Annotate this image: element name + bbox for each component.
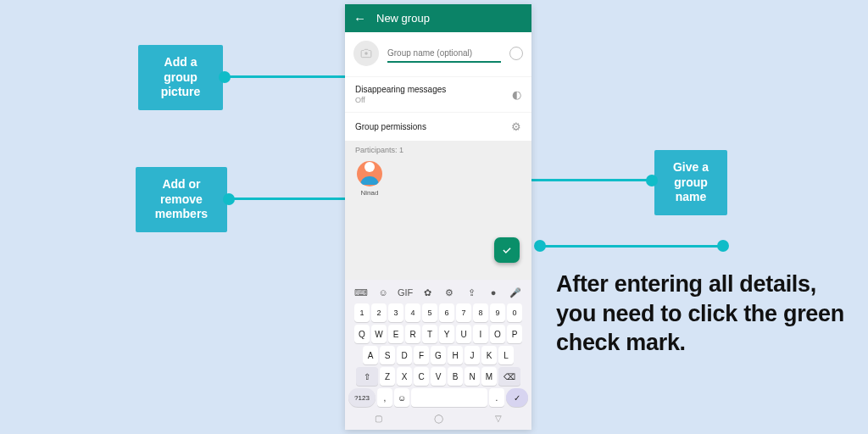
key[interactable]: D xyxy=(397,346,412,364)
phone-mockup: ← New group Disappearing messages Off ◐ … xyxy=(345,4,531,430)
participant-chip[interactable]: Ninad xyxy=(355,161,384,197)
key[interactable]: R xyxy=(405,325,420,343)
kbd-tool-icon[interactable]: ✿ xyxy=(420,287,435,298)
key[interactable]: C xyxy=(414,367,429,386)
key[interactable]: W xyxy=(371,325,387,343)
gear-icon: ⚙ xyxy=(511,120,521,133)
key[interactable]: X xyxy=(397,367,412,386)
callout-add-members: Add or remove members xyxy=(136,167,227,232)
key[interactable]: K xyxy=(481,346,497,364)
keyboard-row-1: Q W E R T Y U I O P xyxy=(348,325,528,343)
callout-dot xyxy=(717,240,729,252)
avatar xyxy=(357,161,382,186)
key[interactable]: 1 xyxy=(354,303,370,322)
group-name-input[interactable] xyxy=(387,45,501,63)
key[interactable]: 6 xyxy=(439,303,454,322)
key[interactable]: 4 xyxy=(405,303,420,322)
key-period[interactable]: . xyxy=(489,388,504,407)
kbd-tool-icon[interactable]: 🎤 xyxy=(508,287,523,298)
key[interactable]: T xyxy=(422,325,437,343)
kbd-tool-icon[interactable]: ● xyxy=(486,287,501,298)
confirm-fab[interactable] xyxy=(494,237,520,263)
participants-list: Ninad xyxy=(345,158,531,200)
key[interactable]: F xyxy=(414,346,429,364)
key[interactable]: O xyxy=(490,325,505,343)
key[interactable]: 7 xyxy=(456,303,471,322)
key[interactable]: G xyxy=(431,346,446,364)
keyboard-row-2: A S D F G H J K L xyxy=(348,346,528,364)
key[interactable]: J xyxy=(465,346,480,364)
kbd-tool-icon[interactable]: ☺ xyxy=(376,287,391,298)
callout-dot xyxy=(534,240,546,252)
key-backspace[interactable]: ⌫ xyxy=(498,367,520,386)
group-permissions-row[interactable]: Group permissions ⚙ xyxy=(345,112,531,141)
key[interactable]: 2 xyxy=(371,303,387,322)
appbar-title: New group xyxy=(376,12,430,25)
key-symbols[interactable]: ?123 xyxy=(348,388,376,407)
key-comma[interactable]: , xyxy=(377,388,392,407)
key[interactable]: 5 xyxy=(422,303,437,322)
setting-label: Disappearing messages xyxy=(355,85,446,94)
kbd-tool-icon[interactable]: ⌨ xyxy=(353,287,369,298)
key[interactable]: 9 xyxy=(490,303,505,322)
callout-add-picture: Add a group picture xyxy=(138,45,223,110)
keyboard-row-num: 1 2 3 4 5 6 7 8 9 0 xyxy=(348,303,528,322)
key[interactable]: P xyxy=(507,325,522,343)
keyboard-row-3: ⇧ Z X C V B N M ⌫ xyxy=(348,367,528,386)
add-group-photo-button[interactable] xyxy=(353,41,379,66)
keyboard-row-4: ?123 , ☺ . ✓ xyxy=(348,388,528,407)
emoji-icon[interactable] xyxy=(509,47,523,60)
key[interactable]: N xyxy=(465,367,480,386)
key[interactable]: A xyxy=(363,346,378,364)
key-emoji[interactable]: ☺ xyxy=(394,388,409,407)
instruction-text: After entering all details, you need to … xyxy=(556,270,849,358)
key[interactable]: Z xyxy=(380,367,395,386)
callout-line xyxy=(539,245,721,248)
back-icon[interactable]: ← xyxy=(353,11,366,25)
group-name-row xyxy=(345,32,531,76)
participants-header: Participants: 1 xyxy=(345,141,531,158)
key[interactable]: M xyxy=(481,367,497,386)
disappearing-messages-row[interactable]: Disappearing messages Off ◐ xyxy=(345,76,531,112)
key[interactable]: U xyxy=(456,325,471,343)
kbd-tool-icon[interactable]: ⚙ xyxy=(442,287,457,298)
callout-line xyxy=(233,198,352,200)
setting-label: Group permissions xyxy=(355,122,426,131)
key[interactable]: 0 xyxy=(507,303,522,322)
key[interactable]: E xyxy=(388,325,403,343)
key[interactable]: I xyxy=(473,325,488,343)
key[interactable]: 8 xyxy=(473,303,488,322)
kbd-tool-icon[interactable]: GIF xyxy=(398,287,413,298)
key[interactable]: Y xyxy=(439,325,454,343)
app-bar: ← New group xyxy=(345,4,531,32)
soft-keyboard: ⌨ ☺ GIF ✿ ⚙ ⇪ ● 🎤 1 2 3 4 5 6 7 8 9 0 Q … xyxy=(345,280,531,430)
key[interactable]: 3 xyxy=(388,303,403,322)
check-icon xyxy=(501,244,513,256)
key[interactable]: L xyxy=(498,346,514,364)
camera-icon xyxy=(360,47,372,59)
key[interactable]: B xyxy=(448,367,463,386)
key[interactable]: S xyxy=(380,346,395,364)
key-shift[interactable]: ⇧ xyxy=(356,367,378,386)
participant-name: Ninad xyxy=(361,189,379,197)
kbd-tool-icon[interactable]: ⇪ xyxy=(464,287,479,298)
callout-line xyxy=(229,75,352,78)
key[interactable]: H xyxy=(448,346,463,364)
keyboard-toolbar: ⌨ ☺ GIF ✿ ⚙ ⇪ ● 🎤 xyxy=(348,285,528,303)
nav-back-icon[interactable]: ▽ xyxy=(495,414,502,423)
key[interactable]: V xyxy=(431,367,446,386)
nav-recent-icon[interactable]: ▢ xyxy=(375,414,382,423)
nav-home-icon[interactable]: ◯ xyxy=(434,414,443,423)
callout-group-name: Give a group name xyxy=(654,150,727,215)
setting-sub: Off xyxy=(355,96,446,104)
android-navbar: ▢ ◯ ▽ xyxy=(348,409,528,426)
key[interactable]: Q xyxy=(354,325,370,343)
key-enter[interactable]: ✓ xyxy=(506,388,528,407)
timer-icon: ◐ xyxy=(512,88,521,101)
key-space[interactable] xyxy=(411,388,487,407)
